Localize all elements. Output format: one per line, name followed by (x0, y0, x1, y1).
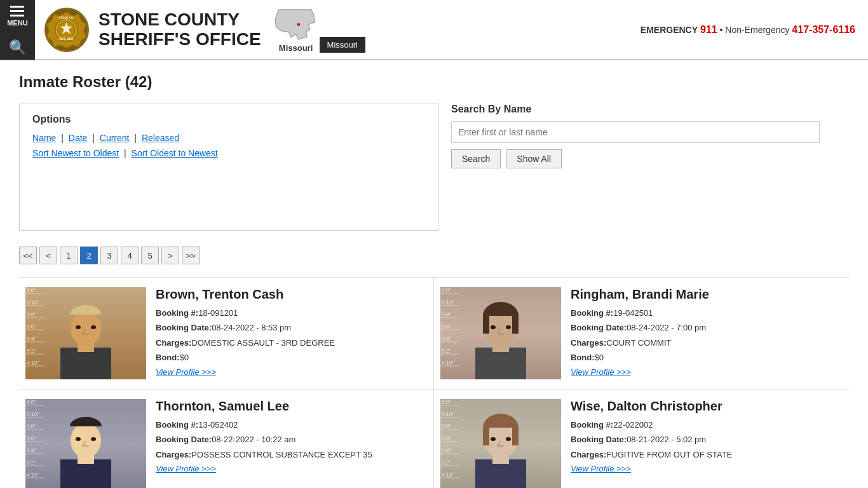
inmate-card: Wise, Dalton Christopher Booking #:22-02… (434, 389, 849, 488)
view-profile-link[interactable]: View Profile >>> (571, 367, 631, 377)
filter-current[interactable]: Current (100, 133, 130, 143)
options-box: Options Name | Date | Current | Released… (19, 104, 438, 231)
view-profile-link[interactable]: View Profile >>> (156, 464, 216, 473)
options-heading: Options (32, 114, 425, 125)
org-name-line2: SHERIFF'S OFFICE (98, 30, 261, 50)
inmate-name: Wise, Dalton Christopher (571, 399, 843, 414)
filter-date[interactable]: Date (69, 133, 88, 143)
org-name-line1: STONE COUNTY (98, 10, 261, 30)
search-buttons: Search Show All (451, 149, 820, 168)
booking-date-label: Booking Date: (571, 435, 627, 444)
inmate-details: Booking #:13-052402 Booking Date:08-22-2… (156, 417, 427, 462)
booking-num-label: Booking #: (156, 420, 198, 430)
page-5[interactable]: 5 (141, 247, 159, 264)
charges-label: Charges: (571, 338, 606, 348)
emergency-info: EMERGENCY 911 • Non-Emergency 417-357-61… (628, 24, 868, 36)
booking-num-label: Booking #: (571, 308, 613, 318)
inmate-details: Booking #:19-042501 Booking Date:08-24-2… (571, 306, 843, 365)
page-prev[interactable]: < (39, 247, 57, 264)
booking-num-label: Booking #: (571, 420, 613, 430)
separator: • (720, 25, 726, 35)
header-search-button[interactable]: 🔍 (6, 33, 29, 62)
inmate-photo (440, 287, 561, 379)
bond-label: Bond: (571, 353, 595, 362)
search-button[interactable]: Search (451, 149, 501, 168)
page-1[interactable]: 1 (60, 247, 78, 264)
inmate-info: Ringham, Brandi Marie Booking #:19-04250… (571, 287, 843, 377)
options-search-row: Options Name | Date | Current | Released… (19, 104, 849, 231)
inmate-info: Thornton, Samuel Lee Booking #:13-052402… (156, 399, 427, 473)
state-name: Missouri (279, 43, 313, 53)
menu-label: MENU (7, 19, 27, 27)
inmate-photo (25, 399, 146, 488)
inmate-info: Wise, Dalton Christopher Booking #:22-02… (571, 399, 843, 473)
non-emergency-label: Non-Emergency (725, 25, 789, 35)
emergency-label: EMERGENCY (641, 25, 698, 35)
search-box: Search By Name Search Show All (451, 104, 820, 168)
inmate-details: Booking #:18-091201 Booking Date:08-24-2… (156, 306, 427, 365)
logo-area: EST. 1851 STONE CO. STONE COUNTY SHERIFF… (35, 1, 628, 59)
sort-newest[interactable]: Sort Newest to Oldest (32, 148, 119, 158)
page-first[interactable]: << (19, 247, 37, 264)
inmate-info: Brown, Trenton Cash Booking #:18-091201 … (156, 287, 427, 377)
pagination: << < 1 2 3 4 5 > >> (19, 247, 849, 264)
non-emergency-number: 417-357-6116 (792, 24, 855, 35)
header-tab: Missouri (320, 37, 365, 53)
page-title: Inmate Roster (42) (19, 73, 849, 91)
filter-links: Name | Date | Current | Released (32, 133, 425, 143)
charges-label: Charges: (156, 338, 191, 348)
search-heading: Search By Name (451, 104, 820, 115)
inmate-photo (25, 287, 146, 379)
booking-date-label: Booking Date: (156, 435, 212, 444)
view-profile-link[interactable]: View Profile >>> (571, 464, 631, 473)
view-profile-link[interactable]: View Profile >>> (156, 367, 216, 377)
charges-label: Charges: (156, 450, 191, 459)
inmate-photo (440, 399, 561, 488)
menu-button[interactable]: MENU (4, 0, 31, 30)
inmate-details: Booking #:22-022002 Booking Date:08-21-2… (571, 417, 843, 462)
bond-label: Bond: (156, 353, 180, 362)
inmate-name: Ringham, Brandi Marie (571, 287, 843, 302)
page-2[interactable]: 2 (80, 247, 98, 264)
booking-num-label: Booking #: (156, 308, 198, 318)
page-3[interactable]: 3 (100, 247, 118, 264)
state-map-svg (271, 7, 322, 42)
charges-label: Charges: (571, 450, 606, 459)
inmate-card: Thornton, Samuel Lee Booking #:13-052402… (19, 389, 434, 488)
filter-name[interactable]: Name (32, 133, 56, 143)
sort-oldest[interactable]: Sort Oldest to Newest (132, 148, 218, 158)
booking-date-label: Booking Date: (571, 323, 627, 332)
inmate-card: Ringham, Brandi Marie Booking #:19-04250… (434, 277, 849, 389)
booking-date-label: Booking Date: (156, 323, 212, 332)
svg-text:EST. 1851: EST. 1851 (59, 37, 74, 41)
page-next[interactable]: > (161, 247, 179, 264)
inmate-name: Brown, Trenton Cash (156, 287, 427, 302)
search-input[interactable] (451, 121, 820, 143)
show-all-button[interactable]: Show All (506, 149, 562, 168)
sheriff-badge: EST. 1851 STONE CO. (44, 8, 89, 52)
filter-released[interactable]: Released (142, 133, 179, 143)
site-title: STONE COUNTY SHERIFF'S OFFICE (98, 10, 261, 50)
main-content: Inmate Roster (42) Options Name | Date |… (0, 60, 868, 488)
page-last[interactable]: >> (182, 247, 200, 264)
sidebar-menu: MENU 🔍 (0, 0, 35, 60)
emergency-number: 911 (700, 24, 717, 35)
sort-links: Sort Newest to Oldest | Sort Oldest to N… (32, 148, 425, 158)
page-4[interactable]: 4 (121, 247, 139, 264)
hamburger-icon (7, 6, 27, 17)
svg-point-6 (297, 23, 300, 26)
inmate-name: Thornton, Samuel Lee (156, 399, 427, 414)
state-map: Missouri (271, 7, 322, 53)
roster-grid: Brown, Trenton Cash Booking #:18-091201 … (19, 277, 849, 488)
svg-text:STONE CO.: STONE CO. (58, 17, 74, 20)
header: MENU 🔍 EST. 1851 STONE CO. STONE COUNTY … (0, 0, 868, 60)
inmate-card: Brown, Trenton Cash Booking #:18-091201 … (19, 277, 434, 389)
